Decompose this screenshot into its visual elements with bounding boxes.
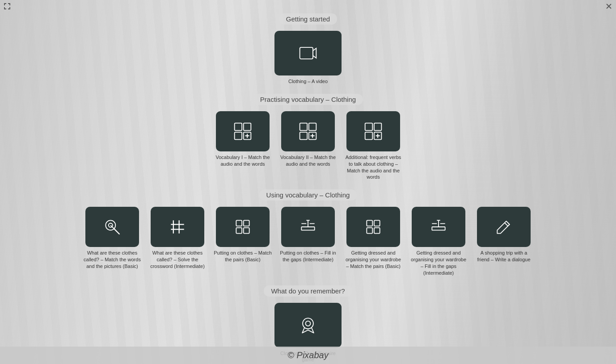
vocab-2-icon-box <box>281 111 335 151</box>
clothes-5-icon-box <box>346 207 400 247</box>
clothes-5-card[interactable]: Getting dressed and organising your ward… <box>344 207 402 270</box>
vocab-1-icon-box <box>216 111 270 151</box>
vocab-2-label: Vocabulary II – Match the audio and the … <box>279 154 337 167</box>
clothing-video-label: Clothing – A video <box>288 78 328 85</box>
clothes-3-label: Putting on clothes – Match the pairs (Ba… <box>214 250 272 263</box>
grid-small-icon-2 <box>363 217 383 237</box>
clothes-7-label: A shopping trip with a friend – Write a … <box>475 250 533 263</box>
svg-rect-2 <box>235 123 242 131</box>
clothes-6-label: Getting dressed and organising your ward… <box>409 250 468 276</box>
svg-rect-14 <box>365 123 373 131</box>
remember-label: What do you remember? <box>264 285 352 297</box>
vocab-1-card[interactable]: Vocabulary I – Match the audio and the w… <box>214 111 272 167</box>
grid-plus-icon-1 <box>233 121 253 141</box>
svg-line-21 <box>114 229 120 234</box>
clothing-video-card[interactable]: Clothing – A video <box>272 31 344 85</box>
clothes-6-icon-box <box>412 207 465 247</box>
practising-vocab-label: Practising vocabulary – Clothing <box>253 94 363 105</box>
text-cursor-icon-1 <box>298 217 318 237</box>
clothes-4-label: Putting on clothes – Fill in the gaps (I… <box>279 250 337 263</box>
using-vocab-cards: What are these clothes called? – Match t… <box>83 207 533 276</box>
svg-line-42 <box>505 223 508 226</box>
footer: © Pixabay <box>0 347 616 364</box>
svg-rect-15 <box>374 123 382 131</box>
clothes-4-icon-box <box>281 207 335 247</box>
svg-rect-31 <box>244 228 249 234</box>
grid-small-icon-1 <box>233 217 253 237</box>
svg-rect-32 <box>301 227 314 230</box>
getting-started-label: Getting started <box>279 13 337 25</box>
clothes-2-icon-box <box>151 207 204 247</box>
clothes-1-icon-box <box>85 207 139 247</box>
clothes-2-label: What are these clothes called? – Solve t… <box>148 250 207 270</box>
svg-point-43 <box>303 318 313 329</box>
award-icon <box>298 315 318 335</box>
clothes-1-card[interactable]: What are these clothes called? – Match t… <box>83 207 141 270</box>
using-vocab-section: Using vocabulary – Clothing What are the… <box>9 189 607 276</box>
svg-rect-35 <box>367 221 372 226</box>
svg-rect-10 <box>300 132 308 140</box>
clothes-2-card[interactable]: What are these clothes called? – Solve t… <box>148 207 207 270</box>
clothes-3-card[interactable]: Putting on clothes – Match the pairs (Ba… <box>214 207 272 263</box>
svg-rect-8 <box>300 123 308 131</box>
svg-rect-16 <box>365 132 373 140</box>
pencil-icon <box>494 217 514 237</box>
footer-text: © Pixabay <box>287 350 328 360</box>
svg-rect-4 <box>235 132 242 140</box>
clothes-6-card[interactable]: Getting dressed and organising your ward… <box>409 207 468 276</box>
svg-point-20 <box>105 221 115 230</box>
vocab-3-label: Additional: frequent verbs to talk about… <box>344 154 402 180</box>
svg-rect-37 <box>367 228 372 234</box>
search-circle-icon <box>102 217 122 237</box>
using-vocab-label: Using vocabulary – Clothing <box>259 189 357 201</box>
video-icon <box>298 43 318 63</box>
practising-vocab-section: Practising vocabulary – Clothing Vocabul… <box>9 94 607 180</box>
svg-point-44 <box>306 321 311 326</box>
svg-rect-9 <box>309 123 316 131</box>
practising-vocab-cards: Vocabulary I – Match the audio and the w… <box>214 111 402 180</box>
svg-rect-38 <box>374 228 380 234</box>
svg-rect-3 <box>244 123 251 131</box>
vocab-2-card[interactable]: Vocabulary II – Match the audio and the … <box>279 111 337 167</box>
close-icon[interactable] <box>604 2 613 11</box>
vocab-3-icon-box <box>346 111 400 151</box>
vocab-1-label: Vocabulary I – Match the audio and the w… <box>214 154 272 167</box>
clothes-1-label: What are these clothes called? – Match t… <box>83 250 141 270</box>
svg-rect-36 <box>374 221 380 226</box>
svg-rect-30 <box>236 228 242 234</box>
clothes-3-icon-box <box>216 207 270 247</box>
grid-plus-icon-3 <box>363 121 383 141</box>
main-content: Getting started Clothing – A video Pract… <box>0 0 616 364</box>
svg-rect-28 <box>236 221 242 226</box>
getting-started-section: Getting started Clothing – A video <box>9 13 607 85</box>
clothes-5-label: Getting dressed and organising your ward… <box>344 250 402 270</box>
svg-rect-39 <box>432 227 445 230</box>
hashtag-icon <box>168 217 187 237</box>
clothes-7-icon-box <box>477 207 531 247</box>
expand-icon[interactable] <box>3 2 12 11</box>
svg-rect-0 <box>300 47 313 59</box>
millionaire-icon-box <box>274 303 342 347</box>
clothing-video-icon-box <box>274 31 342 75</box>
text-cursor-icon-2 <box>429 217 448 237</box>
grid-plus-icon-2 <box>298 121 318 141</box>
clothes-7-card[interactable]: A shopping trip with a friend – Write a … <box>475 207 533 263</box>
getting-started-cards: Clothing – A video <box>272 31 344 85</box>
svg-rect-29 <box>244 221 249 226</box>
vocab-3-card[interactable]: Additional: frequent verbs to talk about… <box>344 111 402 180</box>
clothes-4-card[interactable]: Putting on clothes – Fill in the gaps (I… <box>279 207 337 263</box>
